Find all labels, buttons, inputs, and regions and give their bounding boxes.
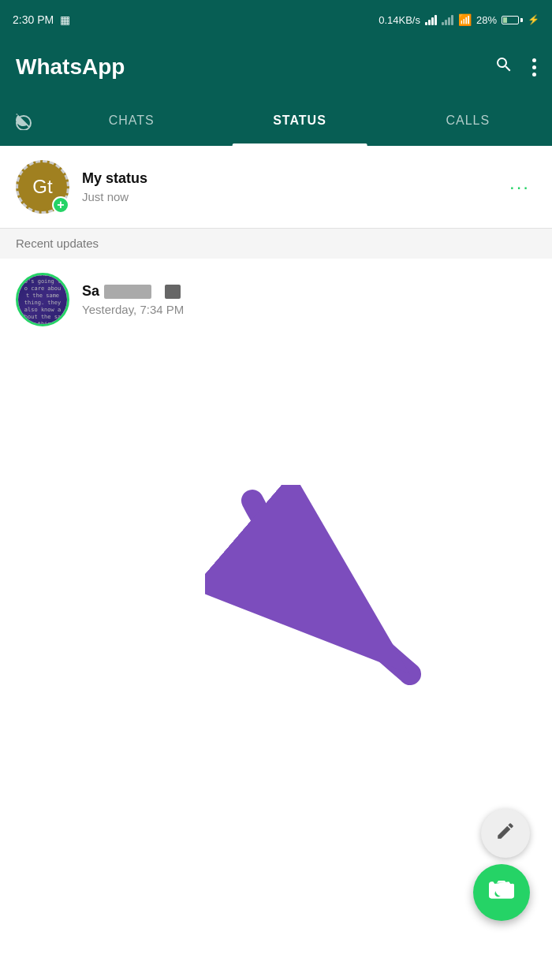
- pencil-fab-button[interactable]: [481, 809, 530, 858]
- contact-avatar: you know who's going to care about the s…: [16, 273, 69, 326]
- app-header: WhatsApp: [0, 39, 552, 95]
- contact-status-row[interactable]: you know who's going to care about the s…: [0, 259, 552, 341]
- arrow-annotation: [205, 485, 481, 706]
- tab-chats[interactable]: CHATS: [47, 95, 215, 146]
- battery-percentage: 28%: [476, 14, 497, 26]
- tab-status[interactable]: STATUS: [215, 95, 383, 146]
- redacted-name: [104, 285, 151, 299]
- recent-updates-section: Recent updates: [0, 229, 552, 259]
- tab-calls[interactable]: CALLS: [384, 95, 552, 146]
- more-options-icon[interactable]: [532, 58, 536, 76]
- my-status-info: My status Just now: [82, 170, 490, 203]
- my-status-row[interactable]: Gt + My status Just now ···: [0, 146, 552, 229]
- camera-tab-icon[interactable]: [0, 95, 47, 146]
- status-bar: 2:30 PM ▦ 0.14KB/s 📶 28% ⚡: [0, 0, 552, 39]
- network-speed: 0.14KB/s: [379, 14, 420, 26]
- wifi-icon: 📶: [458, 13, 472, 26]
- header-icons: [494, 55, 536, 79]
- charging-bolt-icon: ⚡: [528, 14, 539, 25]
- camera-fab-icon: [489, 878, 514, 908]
- recent-updates-label: Recent updates: [16, 237, 99, 250]
- signal-bars-2-icon: [442, 14, 453, 25]
- tab-bar: CHATS STATUS CALLS: [0, 95, 552, 146]
- status-bar-right: 0.14KB/s 📶 28% ⚡: [379, 13, 539, 26]
- search-icon[interactable]: [494, 55, 513, 79]
- battery-icon: [502, 16, 523, 24]
- my-avatar-container: Gt +: [16, 160, 69, 214]
- notification-icon: ▦: [60, 13, 70, 26]
- content-area: Gt + My status Just now ··· Recent updat…: [0, 146, 552, 980]
- svg-point-4: [498, 886, 505, 893]
- my-status-time: Just now: [82, 190, 490, 203]
- my-status-more-button[interactable]: ···: [503, 173, 536, 201]
- contact-info: Sa Yesterday, 7:34 PM: [82, 283, 536, 316]
- time-display: 2:30 PM: [13, 13, 54, 26]
- my-status-name: My status: [82, 170, 490, 187]
- camera-fab-button[interactable]: [473, 864, 530, 921]
- app-title: WhatsApp: [16, 54, 125, 80]
- add-status-button[interactable]: +: [52, 196, 69, 214]
- contact-time: Yesterday, 7:34 PM: [82, 303, 536, 316]
- contact-avatar-image: you know who's going to care about the s…: [18, 275, 67, 324]
- redacted-name-small: [165, 285, 181, 299]
- contact-name: Sa: [82, 283, 536, 300]
- signal-bars-icon: [425, 14, 437, 25]
- pencil-icon: [495, 821, 516, 846]
- status-bar-left: 2:30 PM ▦: [13, 13, 70, 26]
